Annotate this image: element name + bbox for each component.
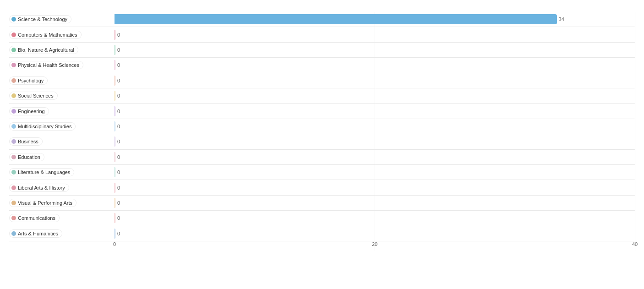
bar-row: Education0 xyxy=(9,150,635,165)
bar-label-container: Arts & Humanities xyxy=(9,229,115,238)
bar-label-pill: Science & Technology xyxy=(9,15,71,23)
bar-label: Science & Technology xyxy=(18,16,67,22)
bar-row: Bio, Nature & Agricultural0 xyxy=(9,43,635,58)
bar-value-label: 0 xyxy=(117,215,120,221)
bar-track: 0 xyxy=(115,73,635,88)
bar-track: 0 xyxy=(115,180,635,195)
bar-dot xyxy=(11,170,16,174)
bar-dot xyxy=(11,48,16,52)
bar-rows: Science & Technology34Computers & Mathem… xyxy=(9,12,635,241)
bar-fill xyxy=(115,136,115,147)
bar-value-label: 0 xyxy=(117,124,120,129)
bars-section: Science & Technology34Computers & Mathem… xyxy=(9,12,635,251)
bar-row: Physical & Health Sciences0 xyxy=(9,58,635,73)
bar-fill xyxy=(115,14,557,24)
bar-label-container: Education xyxy=(9,153,115,161)
bar-label: Arts & Humanities xyxy=(18,231,58,236)
bar-row: Communications0 xyxy=(9,211,635,226)
bar-label-pill: Visual & Performing Arts xyxy=(9,199,76,207)
bar-label: Communications xyxy=(18,215,55,221)
bar-fill xyxy=(115,198,115,208)
bar-value-label: 0 xyxy=(117,47,120,53)
bar-dot xyxy=(11,216,16,220)
bar-fill xyxy=(115,152,115,162)
bar-track: 0 xyxy=(115,196,635,210)
bar-track: 0 xyxy=(115,226,635,241)
bar-label-container: Liberal Arts & History xyxy=(9,184,115,192)
bar-dot xyxy=(11,201,16,205)
x-axis-label: 0 xyxy=(113,241,116,247)
bar-label: Business xyxy=(18,139,38,144)
bar-label: Literature & Languages xyxy=(18,169,70,175)
bar-value-label: 0 xyxy=(117,200,120,206)
bar-dot xyxy=(11,78,16,83)
bar-label-pill: Social Sciences xyxy=(9,92,58,100)
grid-line xyxy=(635,12,635,251)
bar-label-container: Literature & Languages xyxy=(9,168,115,176)
bar-track: 0 xyxy=(115,134,635,149)
bar-dot xyxy=(11,185,16,190)
bar-fill xyxy=(115,106,115,116)
bar-dot xyxy=(11,109,16,114)
bar-value-label: 0 xyxy=(117,93,120,98)
bar-label-container: Physical & Health Sciences xyxy=(9,61,115,69)
bar-value-label: 0 xyxy=(117,169,120,175)
bar-dot xyxy=(11,33,16,37)
bar-label-pill: Business xyxy=(9,137,43,146)
bar-dot xyxy=(11,17,16,22)
bar-track: 0 xyxy=(115,165,635,180)
bar-fill xyxy=(115,91,115,101)
bar-track: 0 xyxy=(115,58,635,72)
bar-label-container: Business xyxy=(9,137,115,146)
bar-row: Psychology0 xyxy=(9,73,635,88)
bar-label: Physical & Health Sciences xyxy=(18,62,79,68)
bar-fill xyxy=(115,183,115,193)
bar-row: Social Sciences0 xyxy=(9,88,635,104)
bar-label-container: Multidisciplinary Studies xyxy=(9,122,115,131)
bar-dot xyxy=(11,231,16,236)
bar-row: Visual & Performing Arts0 xyxy=(9,196,635,211)
bar-dot xyxy=(11,63,16,67)
bar-label-pill: Psychology xyxy=(9,76,48,85)
bar-value-label: 34 xyxy=(559,16,564,22)
bar-fill xyxy=(115,213,115,223)
bar-label-pill: Physical & Health Sciences xyxy=(9,61,83,69)
bar-track: 34 xyxy=(115,12,635,27)
bar-value-label: 0 xyxy=(117,231,120,236)
bar-value-label: 0 xyxy=(117,109,120,114)
bar-label-pill: Bio, Nature & Agricultural xyxy=(9,46,78,54)
bar-row: Multidisciplinary Studies0 xyxy=(9,119,635,134)
bar-dot xyxy=(11,139,16,144)
bar-label-pill: Communications xyxy=(9,214,60,222)
bar-track: 0 xyxy=(115,211,635,225)
bar-label: Visual & Performing Arts xyxy=(18,200,72,206)
bar-dot xyxy=(11,155,16,159)
bar-label-container: Engineering xyxy=(9,107,115,115)
bar-row: Business0 xyxy=(9,134,635,149)
bar-label: Social Sciences xyxy=(18,93,54,98)
bar-label-pill: Multidisciplinary Studies xyxy=(9,122,76,131)
bar-label-pill: Education xyxy=(9,153,44,161)
x-axis-label: 20 xyxy=(372,241,377,247)
chart-container: Science & Technology34Computers & Mathem… xyxy=(0,0,644,289)
bar-label-container: Computers & Mathematics xyxy=(9,31,115,39)
bar-value-label: 0 xyxy=(117,154,120,160)
bar-label-container: Communications xyxy=(9,214,115,222)
bar-value-label: 0 xyxy=(117,32,120,38)
bar-value-label: 0 xyxy=(117,139,120,144)
bar-track: 0 xyxy=(115,43,635,57)
bar-label-container: Social Sciences xyxy=(9,92,115,100)
bar-track: 0 xyxy=(115,27,635,42)
bar-fill xyxy=(115,167,115,177)
bar-dot xyxy=(11,93,16,98)
bar-label-pill: Engineering xyxy=(9,107,49,115)
bar-fill xyxy=(115,76,115,86)
bar-label-pill: Liberal Arts & History xyxy=(9,184,69,192)
x-axis-container: 02040 xyxy=(115,241,635,251)
bar-label-container: Science & Technology xyxy=(9,15,115,23)
bar-row: Engineering0 xyxy=(9,104,635,119)
bar-dot xyxy=(11,124,16,129)
bar-label-container: Psychology xyxy=(9,76,115,85)
bar-label-pill: Literature & Languages xyxy=(9,168,74,176)
bar-row: Literature & Languages0 xyxy=(9,165,635,180)
